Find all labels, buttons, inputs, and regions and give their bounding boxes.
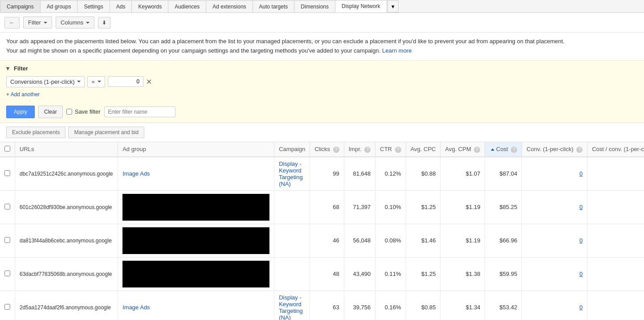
campaign-link[interactable]: Display - Keyword Targeting (NA): [279, 294, 302, 320]
filter-condition-label: Conversions (1-per-click): [10, 78, 74, 85]
th-avg-cpm[interactable]: Avg. CPM ?: [440, 142, 485, 157]
columns-chevron-icon: [86, 22, 90, 24]
th-cost-conv[interactable]: Cost / conv. (1-per-click) ?: [587, 142, 644, 157]
tab-keywords[interactable]: Keywords: [131, 0, 168, 12]
more-tabs-button[interactable]: ▾: [387, 0, 399, 12]
cell-campaign: [274, 224, 310, 257]
save-filter-text: Save filter: [75, 108, 101, 115]
black-bar: [122, 261, 269, 287]
row-checkbox[interactable]: [4, 170, 10, 176]
info-text-1: Your ads appeared on the placements list…: [6, 37, 638, 46]
cell-cost-conv: $0.00: [587, 190, 644, 224]
save-filter-checkbox[interactable]: [66, 109, 72, 115]
back-button[interactable]: ←: [4, 17, 20, 29]
filter-operator-label: =: [91, 78, 95, 85]
cell-ctr: 0.10%: [375, 190, 406, 224]
info-text-2-content: Your ad might be shown on a specific pla…: [6, 47, 380, 54]
th-adgroup[interactable]: Ad group: [118, 142, 274, 157]
th-impr-label: Impr.: [349, 146, 362, 152]
avg-cpm-help-icon[interactable]: ?: [474, 147, 480, 153]
cell-conv[interactable]: 0: [522, 190, 587, 224]
cost-help-icon[interactable]: ?: [511, 147, 517, 153]
cell-impr: 71,397: [344, 190, 375, 224]
cell-conv[interactable]: 0: [522, 157, 587, 191]
th-cost[interactable]: Cost ?: [485, 142, 522, 157]
filter-header[interactable]: ▾ Filter: [6, 65, 638, 72]
th-avg-cpc-label: Avg. CPC: [411, 146, 436, 152]
conv-link[interactable]: 0: [579, 170, 583, 177]
filter-condition-dropdown[interactable]: Conversions (1-per-click): [6, 76, 85, 87]
data-table: URLs Ad group Campaign Clicks ? Impr. ?: [0, 142, 644, 320]
tab-campaigns[interactable]: Campaigns: [0, 0, 41, 12]
save-filter-label[interactable]: Save filter: [66, 108, 101, 115]
clicks-help-icon[interactable]: ?: [333, 147, 339, 153]
th-conv-label: Conv. (1-per-click): [526, 146, 573, 152]
select-all-checkbox-header[interactable]: [0, 142, 15, 157]
tab-settings[interactable]: Settings: [77, 0, 110, 12]
row-checkbox[interactable]: [4, 304, 10, 310]
cell-cost: $53.42: [485, 291, 522, 320]
exclude-placements-button[interactable]: Exclude placements: [6, 127, 65, 138]
select-all-checkbox[interactable]: [4, 146, 10, 152]
cell-avg-cpc: $1.25: [406, 190, 440, 224]
download-button[interactable]: ⬇: [98, 17, 110, 29]
cell-conv[interactable]: 0: [522, 224, 587, 257]
table-row: 2d5aa1274daaf2f6.anonymous.googleImage A…: [0, 291, 644, 320]
clear-button[interactable]: Clear: [38, 106, 63, 118]
cell-ctr: 0.08%: [375, 224, 406, 257]
conv-help-icon[interactable]: ?: [576, 147, 583, 153]
cell-url: dbc7a19251c2426c.anonymous.google: [15, 157, 118, 191]
conv-link[interactable]: 0: [579, 237, 583, 244]
adgroup-link[interactable]: Image Ads: [122, 170, 150, 177]
cell-cost-conv: $0.00: [587, 224, 644, 257]
filter-collapse-icon: ▾: [6, 65, 9, 72]
filter-label: Filter: [28, 19, 41, 26]
adgroup-link[interactable]: Image Ads: [122, 304, 150, 311]
th-conv[interactable]: Conv. (1-per-click) ?: [522, 142, 587, 157]
cell-adgroup[interactable]: Image Ads: [118, 157, 274, 191]
th-ctr[interactable]: CTR ?: [375, 142, 406, 157]
filter-remove-icon[interactable]: ✕: [146, 78, 152, 86]
tab-dimensions[interactable]: Dimensions: [294, 0, 335, 12]
th-clicks[interactable]: Clicks ?: [310, 142, 344, 157]
tab-audiences[interactable]: Audiences: [168, 0, 206, 12]
conv-link[interactable]: 0: [579, 304, 583, 311]
cell-conv[interactable]: 0: [522, 291, 587, 320]
cell-campaign[interactable]: Display - Keyword Targeting (NA): [274, 291, 310, 320]
th-impr[interactable]: Impr. ?: [344, 142, 375, 157]
filter-button[interactable]: Filter: [23, 16, 52, 29]
learn-more-link[interactable]: Learn more: [382, 47, 412, 54]
filter-value-input[interactable]: [108, 76, 143, 87]
apply-button[interactable]: Apply: [6, 106, 35, 118]
ctr-help-icon[interactable]: ?: [395, 147, 401, 153]
info-section: Your ads appeared on the placements list…: [0, 33, 644, 61]
columns-button[interactable]: Columns: [56, 16, 94, 29]
filter-name-input[interactable]: [104, 107, 175, 117]
impr-help-icon[interactable]: ?: [364, 147, 371, 153]
cell-adgroup[interactable]: Image Ads: [118, 291, 274, 320]
tab-adextensions[interactable]: Ad extensions: [206, 0, 253, 12]
tab-adgroups[interactable]: Ad groups: [40, 0, 78, 12]
add-another-link[interactable]: + Add another: [6, 91, 40, 98]
th-campaign[interactable]: Campaign: [274, 142, 310, 157]
tab-ads[interactable]: Ads: [110, 0, 132, 12]
row-checkbox[interactable]: [4, 204, 10, 209]
cell-conv[interactable]: 0: [522, 257, 587, 291]
th-campaign-label: Campaign: [279, 146, 305, 152]
row-checkbox[interactable]: [4, 271, 10, 276]
manage-placement-button[interactable]: Manage placement and bid: [68, 127, 144, 138]
cell-campaign[interactable]: Display - Keyword Targeting (NA): [274, 157, 310, 191]
cell-ctr: 0.12%: [375, 157, 406, 191]
filter-operator-dropdown[interactable]: =: [87, 76, 105, 87]
tab-displaynetwork[interactable]: Display Network: [335, 0, 387, 12]
conv-link[interactable]: 0: [579, 271, 583, 277]
th-clicks-label: Clicks: [314, 146, 330, 152]
row-checkbox[interactable]: [4, 237, 10, 243]
campaign-link[interactable]: Display - Keyword Targeting (NA): [279, 160, 302, 187]
columns-label: Columns: [61, 19, 83, 26]
conv-link[interactable]: 0: [579, 204, 583, 210]
tab-autotargets[interactable]: Auto targets: [253, 0, 295, 12]
th-avg-cpc[interactable]: Avg. CPC: [406, 142, 440, 157]
table-row: 601c26028df930be.anonymous.google6871,39…: [0, 190, 644, 224]
th-url[interactable]: URLs: [15, 142, 118, 157]
